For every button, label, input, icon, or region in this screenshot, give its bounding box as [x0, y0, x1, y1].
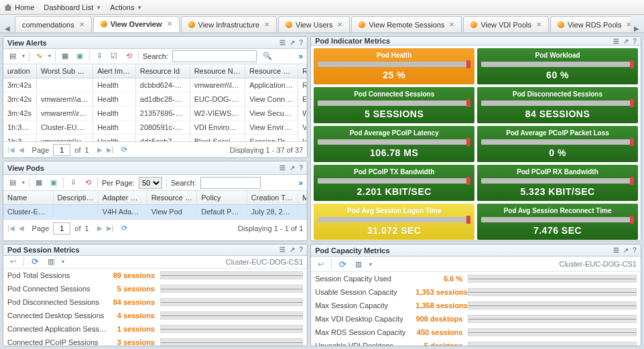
export-icon[interactable]: [94, 51, 105, 62]
indicator-tile[interactable]: Pod Health25 %: [314, 48, 474, 84]
tab-scroll-left[interactable]: ◀: [3, 25, 12, 32]
close-icon[interactable]: ✕: [79, 21, 84, 28]
column-header[interactable]: Worst Sub Contain: [37, 64, 93, 78]
tab-view-users[interactable]: View Users✕: [278, 16, 350, 32]
pager-last[interactable]: ▶|: [107, 146, 114, 153]
tool-help-icon[interactable]: ?: [299, 246, 303, 253]
close-icon[interactable]: ✕: [264, 21, 269, 28]
column-header[interactable]: Resource Identifier: [298, 64, 307, 78]
pods-more[interactable]: »: [299, 178, 304, 188]
tab-view-rds-pools[interactable]: View RDS Pools✕: [550, 16, 631, 32]
indicator-tile[interactable]: Pod Disconnected Sessions84 SESSIONS: [477, 87, 638, 123]
tab-commendations[interactable]: commendations✕: [15, 16, 92, 32]
filter-icon[interactable]: [7, 178, 18, 188]
tab-view-vdi-pools[interactable]: View VDI Pools✕: [463, 16, 549, 32]
tool-detach-icon[interactable]: ↗: [623, 247, 629, 254]
indicator-tile[interactable]: Pod PCoIP RX Bandwidth5.323 KBIT/SEC: [477, 165, 638, 201]
refresh-icon[interactable]: [29, 257, 40, 267]
column-header[interactable]: Creation Time: [247, 191, 298, 204]
indicator-tile[interactable]: Pod Average PCoIP Latency106.78 MS: [314, 126, 474, 162]
refresh-icon[interactable]: ⟲: [82, 178, 93, 188]
tool-help-icon[interactable]: ?: [299, 164, 303, 171]
tool-help-icon[interactable]: ?: [633, 247, 637, 254]
column-header[interactable]: Maintenance Sc: [298, 191, 307, 204]
table-row[interactable]: Cluster-EUC-D...V4H AdapterView PodDefau…: [3, 205, 307, 219]
table-row[interactable]: 3m:42svmwarem\\rvan...Health21357695-0a4…: [3, 107, 307, 121]
alerts-search-input[interactable]: [172, 50, 257, 62]
pager-refresh-icon[interactable]: ⟳: [121, 145, 127, 154]
columns-icon[interactable]: ▦: [34, 178, 44, 188]
pager-first[interactable]: |◀: [7, 146, 15, 153]
tool-collapse-icon[interactable]: ☰: [613, 38, 619, 45]
indicator-tile[interactable]: Pod Avg Session Logon Time31.072 SEC: [314, 204, 474, 240]
close-icon[interactable]: ✕: [449, 21, 454, 28]
refresh-icon[interactable]: [337, 259, 348, 269]
tab-scroll-right[interactable]: ▶: [632, 25, 641, 32]
back-icon[interactable]: ↩: [315, 259, 326, 269]
tool-detach-icon[interactable]: ↗: [289, 246, 295, 253]
filter-icon[interactable]: [7, 51, 18, 62]
tool-collapse-icon[interactable]: ☰: [279, 164, 285, 171]
close-icon[interactable]: ✕: [337, 21, 342, 28]
tool-detach-icon[interactable]: ↗: [623, 38, 629, 45]
indicator-tile[interactable]: Pod PCoIP TX Bandwidth2.201 KBIT/SEC: [314, 165, 474, 201]
column-header[interactable]: Resource Kind: [147, 191, 198, 204]
tool-detach-icon[interactable]: ↗: [289, 39, 295, 46]
indicator-tile[interactable]: Pod Workload60 %: [477, 48, 638, 84]
table-row[interactable]: 3m:42sHealthdcbbd624-0e5...vmwarem\\lawt…: [3, 78, 307, 92]
tool-detach-icon[interactable]: ↗: [289, 164, 295, 171]
export-icon[interactable]: [68, 178, 78, 188]
column-header[interactable]: Description: [54, 191, 99, 204]
pager-refresh-icon[interactable]: ⟳: [121, 224, 127, 232]
menu-dashboard-list[interactable]: Dashboard List: [44, 3, 101, 11]
refresh-icon[interactable]: ⟲: [123, 51, 134, 62]
column-header[interactable]: Name: [3, 191, 54, 204]
column-header[interactable]: Resource Kind: [245, 64, 298, 78]
search-icon[interactable]: [262, 51, 273, 62]
indicator-tile[interactable]: Pod Avg Session Reconnect Time7.476 SEC: [477, 204, 638, 240]
column-header[interactable]: Resource Name: [190, 64, 246, 78]
menu-actions[interactable]: Actions: [110, 3, 141, 11]
pager-prev[interactable]: ◀: [19, 224, 24, 232]
close-icon[interactable]: ✕: [167, 20, 172, 27]
table-row[interactable]: 1h:31m:42sCluster-EUC-D...Health2080591c…: [3, 121, 307, 135]
tool-collapse-icon[interactable]: ☰: [279, 246, 285, 253]
tab-view-infrastructure[interactable]: View Infrastructure✕: [181, 16, 277, 32]
pager-last[interactable]: ▶|: [107, 224, 114, 232]
rss-icon[interactable]: [34, 51, 44, 62]
tool-collapse-icon[interactable]: ☰: [613, 247, 619, 254]
view-toggle-icon[interactable]: ▥: [353, 259, 364, 269]
table-row[interactable]: 1h:36m:42svmwarem\\yuki...Healthddc5ceb7…: [3, 135, 307, 142]
pager-first[interactable]: |◀: [7, 224, 15, 232]
pods-search-input[interactable]: [200, 177, 261, 189]
column-header[interactable]: Resource Id: [136, 64, 190, 78]
menu-home[interactable]: Home: [4, 3, 34, 11]
back-icon[interactable]: ↩: [7, 257, 18, 267]
alerts-more[interactable]: »: [299, 52, 304, 61]
tool-help-icon[interactable]: ?: [633, 38, 637, 45]
view-toggle-icon[interactable]: ▥: [46, 257, 56, 267]
indicator-tile[interactable]: Pod Connected Sessions5 SESSIONS: [314, 87, 474, 123]
pager-next[interactable]: ▶: [97, 224, 103, 232]
pager-page-input[interactable]: [53, 144, 70, 156]
close-icon[interactable]: ✕: [536, 21, 541, 28]
column-header[interactable]: Adapter Kind: [99, 191, 147, 204]
collapse-tree-icon[interactable]: ▣: [48, 178, 59, 188]
columns-icon[interactable]: [60, 51, 70, 62]
per-page-select[interactable]: 50: [139, 177, 162, 189]
column-header[interactable]: Policy: [197, 191, 247, 204]
tab-view-overview[interactable]: View Overview✕: [93, 16, 180, 32]
indicator-tile[interactable]: Pod Average PCoIP Packet Loss0 %: [477, 126, 638, 162]
tool-collapse-icon[interactable]: ☰: [279, 39, 285, 46]
pager-page-input[interactable]: [53, 222, 70, 234]
column-header[interactable]: uration: [3, 64, 37, 78]
table-row[interactable]: 3m:42svmwarem\\aaro...Healthad1dbc28-8d7…: [3, 92, 307, 107]
tab-view-remote-sessions[interactable]: View Remote Sessions✕: [351, 16, 462, 32]
collapse-tree-icon[interactable]: ▣: [74, 51, 85, 62]
pager-prev[interactable]: ◀: [19, 146, 24, 153]
tool-help-icon[interactable]: ?: [299, 39, 303, 46]
column-header[interactable]: Alert Impact: [93, 64, 136, 78]
checklist-icon[interactable]: ☑: [109, 51, 119, 62]
close-icon[interactable]: ✕: [626, 21, 631, 28]
pager-next[interactable]: ▶: [97, 146, 103, 153]
